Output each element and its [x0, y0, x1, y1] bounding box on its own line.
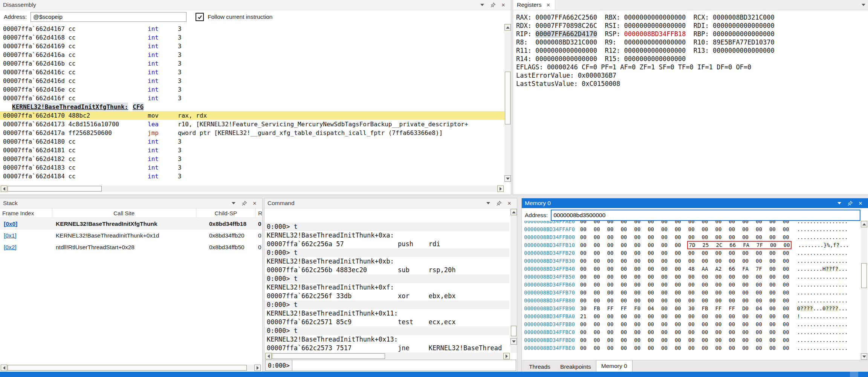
frame-index-link[interactable]: [0x2]: [0, 244, 53, 251]
close-icon[interactable]: ✕: [545, 1, 551, 9]
stack-frame-row[interactable]: [0x2]ntdll!RtlUserThreadStart+0x280x8bd3…: [0, 241, 262, 253]
disassembly-titlebar[interactable]: Disassembly ✕: [0, 0, 511, 10]
disasm-line[interactable]: 00007ffa`662d4183 ccint3: [0, 163, 511, 172]
scrollbar-thumb[interactable]: [8, 186, 102, 192]
memory-row[interactable]: 0000008BD34FFB1000000000000000007D252C66…: [522, 241, 860, 249]
chevron-down-icon[interactable]: [835, 199, 844, 207]
disasm-line[interactable]: 00007ffa`662d4173 4c8d1516a10700lear10, …: [0, 120, 511, 129]
disasm-line[interactable]: 00007ffa`662d4181 ccint3: [0, 146, 511, 155]
scroll-left-icon[interactable]: [265, 353, 272, 359]
command-vertical-scrollbar[interactable]: [510, 208, 517, 353]
memory-row[interactable]: 0000008BD34FFB80000000000000000000000000…: [522, 296, 860, 304]
memory-row[interactable]: 0000008BD34FFB50000000000000000000000000…: [522, 273, 860, 280]
memory-address-input[interactable]: [551, 210, 860, 221]
memory-row[interactable]: 0000008BD34FFB70000000000000000000000000…: [522, 288, 860, 296]
disasm-line[interactable]: 00007ffa`662d416f ccint3: [0, 94, 511, 103]
memory-row[interactable]: 0000008BD34FFBC0000000000000000000000000…: [522, 328, 860, 336]
stack-horizontal-scrollbar[interactable]: [0, 365, 261, 371]
pin-icon[interactable]: [240, 199, 249, 207]
scroll-down-icon[interactable]: [504, 175, 511, 182]
scroll-up-icon[interactable]: [504, 24, 511, 31]
chevron-down-icon[interactable]: [859, 1, 868, 9]
disassembly-address-input[interactable]: [31, 12, 186, 22]
pin-icon[interactable]: [488, 1, 497, 9]
scroll-up-icon[interactable]: [861, 221, 867, 227]
ascii-text: 0: [797, 305, 800, 311]
scroll-up-icon[interactable]: [510, 209, 517, 215]
disasm-line[interactable]: 00007ffa`662d416e ccint3: [0, 85, 511, 94]
stack-titlebar[interactable]: Stack ✕: [0, 198, 262, 208]
pin-icon[interactable]: [494, 199, 503, 207]
frame-index-link[interactable]: [0x1]: [0, 232, 53, 239]
disasm-symbol-label-line[interactable]: KERNEL32!BaseThreadInitXfgThunk:CFG: [0, 103, 511, 111]
disasm-line[interactable]: 00007ffa`662d4167 ccint3: [0, 25, 511, 33]
scrollbar-thumb[interactable]: [861, 263, 867, 288]
chevron-down-icon[interactable]: [478, 1, 487, 9]
memory-row[interactable]: 0000008BD34FFBD0000000000000000000000000…: [522, 336, 860, 344]
disassembly-vertical-scrollbar[interactable]: [504, 23, 511, 182]
memory-row[interactable]: 0000008BD34FFB60000000000000000000000000…: [522, 280, 860, 288]
close-icon[interactable]: ✕: [856, 199, 865, 207]
scroll-left-icon[interactable]: [1, 185, 7, 192]
memory-byte: 00: [607, 258, 614, 264]
command-titlebar[interactable]: Command ✕: [264, 198, 517, 208]
memory-byte: 00: [756, 234, 762, 240]
scroll-right-icon[interactable]: [497, 185, 504, 192]
memory-row[interactable]: 0000008BD34FFBA0210000000000000000000000…: [522, 312, 860, 320]
frame-index-link[interactable]: [0x0]: [0, 221, 53, 227]
memory-byte: 00: [702, 282, 708, 288]
disasm-line[interactable]: 00007ffa`662d417a ff2568250600jmpqword p…: [0, 129, 511, 137]
scrollbar-thumb[interactable]: [272, 353, 385, 359]
memory-titlebar[interactable]: Memory 0 ✕: [522, 198, 868, 208]
close-icon[interactable]: ✕: [499, 1, 508, 9]
scroll-down-icon[interactable]: [510, 338, 517, 345]
disasm-line[interactable]: 00007ffa`662d4184 ccint3: [0, 172, 511, 181]
command-output-line: 00007ffa`662c2573 7517 jne KERNEL32!Base…: [264, 344, 509, 352]
memory-row[interactable]: 0000008BD34FFAF0000000000000000000000000…: [522, 225, 860, 233]
close-icon[interactable]: ✕: [505, 199, 514, 207]
scroll-right-icon[interactable]: [503, 353, 510, 359]
follow-current-instruction-checkbox[interactable]: [196, 13, 204, 21]
command-input[interactable]: [292, 360, 516, 371]
memory-byte: 00: [634, 274, 640, 280]
stack-frame-row[interactable]: [0x0]KERNEL32!BaseThreadInitXfgThunk0x8b…: [0, 218, 262, 230]
pin-icon[interactable]: [845, 199, 854, 207]
disasm-line[interactable]: 00007ffa`662d4168 ccint3: [0, 33, 511, 42]
memory-vertical-scrollbar[interactable]: [861, 221, 867, 360]
tab-breakpoints[interactable]: Breakpoints: [555, 362, 596, 372]
close-icon[interactable]: ✕: [250, 199, 259, 207]
tab-memory-0[interactable]: Memory 0: [596, 360, 633, 372]
memory-row[interactable]: 0000008BD34FFB9030FBFFFFF004000030FBFFFF…: [522, 304, 860, 312]
scroll-right-icon[interactable]: [254, 365, 261, 371]
chevron-down-icon[interactable]: [484, 199, 493, 207]
scroll-left-icon[interactable]: [1, 365, 7, 371]
scrollbar-thumb[interactable]: [8, 365, 247, 371]
scrollbar-thumb[interactable]: [511, 326, 517, 336]
memory-row[interactable]: 0000008BD34FFB20000000000000000000000000…: [522, 249, 860, 257]
disasm-line[interactable]: 00007ffa`662d4180 ccint3: [0, 137, 511, 146]
disasm-line[interactable]: 00007ffa`662d4170 488bc2movrax, rdx: [0, 111, 511, 120]
disasm-line[interactable]: 00007ffa`662d4169 ccint3: [0, 42, 511, 51]
disasm-line[interactable]: 00007ffa`662d416b ccint3: [0, 59, 511, 68]
memory-row[interactable]: 0000008BD34FFAE0000000000000000000000000…: [522, 221, 860, 225]
memory-bytes: 00000000000000000000000000000000: [580, 329, 796, 335]
disasm-line[interactable]: 00007ffa`662d416c ccint3: [0, 68, 511, 77]
disasm-line[interactable]: 00007ffa`662d416a ccint3: [0, 51, 511, 59]
tab-threads[interactable]: Threads: [524, 362, 555, 372]
memory-row[interactable]: 0000008BD34FFB40000000000000000048AAA266…: [522, 265, 860, 273]
disasm-line[interactable]: 00007ffa`662d4182 ccint3: [0, 155, 511, 163]
tab-registers[interactable]: Registers ✕: [513, 0, 555, 10]
command-horizontal-scrollbar[interactable]: [264, 353, 510, 359]
stack-frame-row[interactable]: [0x1]KERNEL32!BaseThreadInitThunk+0x1d0x…: [0, 230, 262, 241]
memory-row[interactable]: 0000008BD34FFB00000000000000000000000000…: [522, 233, 860, 241]
memory-byte: FB: [702, 305, 708, 311]
memory-row[interactable]: 0000008BD34FFBB0000000000000000000000000…: [522, 320, 860, 328]
memory-row[interactable]: 0000008BD34FFB30000000000000000000000000…: [522, 257, 860, 265]
scroll-down-icon[interactable]: [861, 353, 867, 360]
disassembly-horizontal-scrollbar[interactable]: [0, 185, 504, 192]
memory-row[interactable]: 0000008BD34FFBE0000000000000000000000000…: [522, 344, 860, 352]
disasm-line[interactable]: 00007ffa`662d416d ccint3: [0, 77, 511, 85]
chevron-down-icon[interactable]: [229, 199, 238, 207]
resize-grip[interactable]: [850, 372, 858, 377]
scrollbar-thumb[interactable]: [505, 72, 510, 124]
